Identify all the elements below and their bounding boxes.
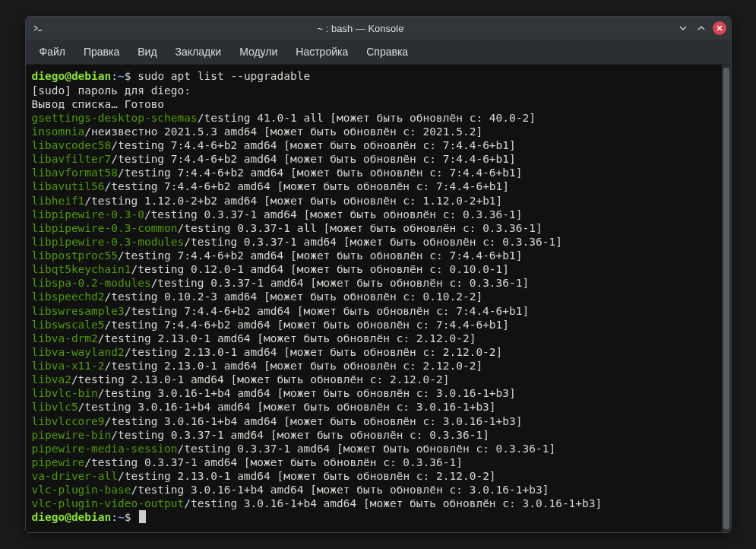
terminal-area: diego@debian:~$ sudo apt list --upgradab… <box>26 65 731 532</box>
package-line: pipewire-media-session/testing 0.3.37-1 … <box>32 442 716 455</box>
package-line: libpipewire-0.3-0/testing 0.3.37-1 amd64… <box>32 208 716 221</box>
sudo-password-line: [sudo] пароль для diego: <box>32 84 716 97</box>
package-line: libspa-0.2-modules/testing 0.3.37-1 amd6… <box>32 276 716 290</box>
package-line: libavcodec58/testing 7:4.4-6+b2 amd64 [м… <box>32 138 716 152</box>
terminal[interactable]: diego@debian:~$ sudo apt list --upgradab… <box>26 65 722 532</box>
minimize-button[interactable] <box>676 21 690 35</box>
menu-bookmarks[interactable]: Закладки <box>166 43 231 61</box>
titlebar: ~ : bash — Konsole <box>26 17 731 40</box>
package-line: libavfilter7/testing 7:4.4-6+b2 amd64 [м… <box>32 152 716 166</box>
window-buttons <box>676 21 726 35</box>
package-line: libvlccore9/testing 3.0.16-1+b4 amd64 [м… <box>32 414 716 428</box>
package-line: libva-wayland2/testing 2.13.0-1 amd64 [м… <box>32 345 716 359</box>
maximize-button[interactable] <box>694 21 708 35</box>
window-title: ~ : bash — Konsole <box>50 23 672 34</box>
konsole-window: ~ : bash — Konsole Файл Правка Вид Закла… <box>25 16 732 532</box>
package-line: libva-x11-2/testing 2.13.0-1 amd64 [може… <box>32 359 716 373</box>
menu-file[interactable]: Файл <box>30 43 74 61</box>
prompt-line: diego@debian:~$ <box>32 510 716 524</box>
prompt-line: diego@debian:~$ sudo apt list --upgradab… <box>32 69 716 83</box>
menu-view[interactable]: Вид <box>128 43 166 61</box>
package-line: gsettings-desktop-schemas/testing 41.0-1… <box>32 111 716 125</box>
menu-plugins[interactable]: Модули <box>230 43 286 61</box>
package-line: libavutil56/testing 7:4.4-6+b2 amd64 [мо… <box>32 179 716 193</box>
package-line: libpipewire-0.3-modules/testing 0.3.37-1… <box>32 235 716 249</box>
package-line: libswresample3/testing 7:4.4-6+b2 amd64 … <box>32 304 716 318</box>
listing-status-line: Вывод списка… Готово <box>32 97 716 111</box>
cursor <box>139 510 146 523</box>
package-line: libpostproc55/testing 7:4.4-6+b2 amd64 [… <box>32 249 716 262</box>
package-line: insomnia/неизвестно 2021.5.3 amd64 [може… <box>32 125 716 138</box>
package-line: libspeechd2/testing 0.10.2-3 amd64 [може… <box>32 290 716 303</box>
package-line: va-driver-all/testing 2.13.0-1 amd64 [мо… <box>32 469 716 483</box>
package-line: vlc-plugin-video-output/testing 3.0.16-1… <box>32 497 716 510</box>
menubar: Файл Правка Вид Закладки Модули Настройк… <box>26 40 731 65</box>
scrollbar-thumb[interactable] <box>723 68 729 528</box>
package-line: pipewire-bin/testing 0.3.37-1 amd64 [мож… <box>32 428 716 442</box>
scrollbar[interactable] <box>722 65 731 532</box>
package-line: libqt5keychain1/testing 0.12.0-1 amd64 [… <box>32 262 716 276</box>
package-line: libswscale5/testing 7:4.4-6+b2 amd64 [мо… <box>32 318 716 332</box>
package-line: libheif1/testing 1.12.0-2+b2 amd64 [може… <box>32 194 716 208</box>
package-line: libvlc5/testing 3.0.16-1+b4 amd64 [может… <box>32 400 716 414</box>
menu-settings[interactable]: Настройка <box>286 43 357 61</box>
menu-help[interactable]: Справка <box>357 43 417 61</box>
package-line: vlc-plugin-base/testing 3.0.16-1+b4 amd6… <box>32 483 716 497</box>
app-menu-icon[interactable] <box>30 21 46 36</box>
package-line: libavformat58/testing 7:4.4-6+b2 amd64 [… <box>32 166 716 179</box>
package-line: libpipewire-0.3-common/testing 0.3.37-1 … <box>32 221 716 235</box>
close-button[interactable] <box>713 21 726 35</box>
package-line: libva2/testing 2.13.0-1 amd64 [может быт… <box>32 373 716 386</box>
package-line: pipewire/testing 0.3.37-1 amd64 [может б… <box>32 455 716 469</box>
package-line: libvlc-bin/testing 3.0.16-1+b4 amd64 [мо… <box>32 386 716 400</box>
menu-edit[interactable]: Правка <box>74 43 128 61</box>
package-line: libva-drm2/testing 2.13.0-1 amd64 [может… <box>32 332 716 345</box>
